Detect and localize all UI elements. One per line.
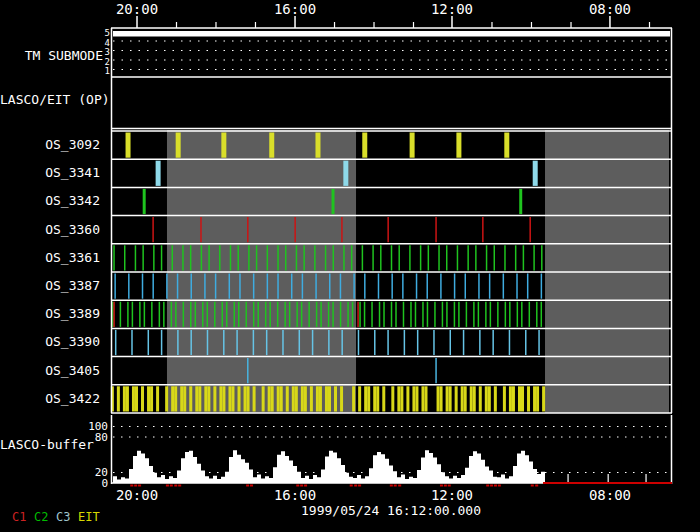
top-axis-label: 12:00 xyxy=(431,2,473,16)
bottom-axis-label: 08:00 xyxy=(589,488,631,502)
top-axis-label: 08:00 xyxy=(589,2,631,16)
os-row-label: OS_3387 xyxy=(0,279,100,293)
os-row-label: OS_3361 xyxy=(0,251,100,265)
current-time-readout: 1999/05/24 16:12:00.000 xyxy=(301,503,481,518)
legend-item-eit: EIT xyxy=(78,511,100,523)
top-axis-label: 16:00 xyxy=(274,2,316,16)
bottom-axis-label: 12:00 xyxy=(431,488,473,502)
buffer-ytick: 80 xyxy=(0,432,108,443)
os-row-label: OS_3360 xyxy=(0,223,100,237)
os-row-label: OS_3390 xyxy=(0,335,100,349)
os-row-label: OS_3389 xyxy=(0,307,100,321)
os-row-label: OS_3342 xyxy=(0,194,100,208)
tm-level-tick: 3 xyxy=(0,48,110,57)
legend-item-c3: C3 xyxy=(56,511,70,523)
buffer-ytick: 0 xyxy=(0,478,108,489)
lasco-schedule-screen: 20:00 16:00 12:00 08:00 TM SUBMODE 5 4 3… xyxy=(0,0,700,532)
tm-level-tick: 2 xyxy=(0,58,110,67)
op-row-label: LASCO/EIT (OP) xyxy=(0,93,103,106)
top-axis-label: 20:00 xyxy=(116,2,158,16)
legend-item-c1: C1 xyxy=(12,511,26,523)
legend-item-c2: C2 xyxy=(34,511,48,523)
bottom-axis-label: 16:00 xyxy=(274,488,316,502)
os-row-label: OS_3422 xyxy=(0,392,100,406)
bottom-axis-label: 20:00 xyxy=(116,488,158,502)
tm-level-tick: 1 xyxy=(0,67,110,76)
os-row-label: OS_3092 xyxy=(0,138,100,152)
buffer-ytick: 20 xyxy=(0,467,108,478)
os-row-label: OS_3405 xyxy=(0,364,100,378)
tm-level-tick: 4 xyxy=(0,39,110,48)
tm-level-tick: 5 xyxy=(0,29,110,38)
os-row-label: OS_3341 xyxy=(0,166,100,180)
buffer-ytick: 100 xyxy=(0,421,108,432)
timeline-plot xyxy=(0,0,700,532)
